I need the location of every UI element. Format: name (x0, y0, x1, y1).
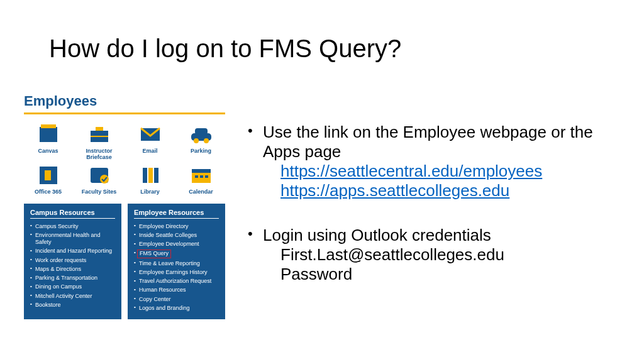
resource-link[interactable]: Mitchell Activity Center (30, 292, 115, 300)
bullet-item: Login using Outlook credentialsFirst.Las… (245, 226, 623, 284)
resource-link[interactable]: Campus Security (30, 222, 115, 231)
svg-rect-0 (40, 127, 57, 142)
app-tile-label: Office 365 (35, 189, 62, 195)
canvas-icon (36, 123, 61, 146)
svg-rect-11 (45, 170, 51, 180)
bullet-subtext: Password (263, 265, 623, 284)
briefcase-icon (87, 123, 112, 146)
resource-link[interactable]: Maps & Directions (30, 265, 115, 273)
app-tile-email[interactable]: Email (126, 123, 174, 160)
fms-query-highlight: FMS Query (137, 250, 171, 258)
svg-rect-1 (41, 124, 56, 128)
parking-icon (189, 123, 214, 146)
app-tile-label: Instructor Briefcase (75, 148, 123, 160)
app-tile-label: Canvas (38, 148, 58, 154)
svg-rect-19 (195, 175, 198, 178)
campus-resources-title: Campus Resources (30, 209, 115, 219)
instruction-link[interactable]: https://apps.seattlecolleges.edu (280, 181, 509, 200)
app-tile-canvas[interactable]: Canvas (24, 123, 72, 160)
app-tile-parking[interactable]: Parking (177, 123, 225, 160)
resource-link[interactable]: Time & Leave Reporting (134, 259, 219, 268)
svg-rect-14 (143, 168, 147, 183)
resource-link[interactable]: Travel Authorization Request (134, 277, 219, 286)
resource-link[interactable]: Copy Center (134, 295, 219, 304)
instruction-link[interactable]: https://seattlecentral.edu/employees (280, 162, 542, 180)
svg-rect-3 (96, 127, 103, 131)
resource-link[interactable]: Inside Seattle Colleges (134, 231, 219, 239)
svg-rect-15 (148, 168, 153, 183)
app-grid: CanvasInstructor BriefcaseEmailParkingOf… (24, 123, 225, 195)
faculty-icon (87, 164, 112, 187)
bullet-subtext: First.Last@seattlecolleges.edu (263, 245, 623, 265)
resource-link[interactable]: Employee Directory (134, 222, 219, 231)
employee-page-screenshot: Employees CanvasInstructor BriefcaseEmai… (24, 93, 225, 319)
resource-link[interactable]: Human Resources (134, 286, 219, 295)
svg-rect-21 (205, 175, 208, 178)
app-tile-calendar[interactable]: Calendar (177, 164, 225, 195)
resource-link[interactable]: Parking & Transportation (30, 274, 115, 283)
employees-heading: Employees (24, 93, 225, 114)
resource-link[interactable]: FMS Query (134, 249, 219, 259)
app-tile-library[interactable]: Library (126, 164, 174, 195)
employee-resources-title: Employee Resources (134, 209, 219, 219)
resource-link[interactable]: Work order requests (30, 256, 115, 265)
office365-icon (36, 164, 61, 187)
bullet-item: Use the link on the Employee webpage or … (245, 123, 623, 200)
svg-rect-20 (200, 175, 203, 178)
campus-resources-list: Campus SecurityEnvironmental Health and … (30, 222, 115, 310)
instruction-bullets: Use the link on the Employee webpage or … (245, 123, 623, 309)
svg-rect-4 (91, 136, 108, 137)
bullet-text: Login using Outlook credentials (263, 226, 623, 245)
campus-resources-panel: Campus Resources Campus SecurityEnvironm… (24, 204, 121, 319)
library-icon (138, 164, 163, 187)
slide-title: How do I log on to FMS Query? (49, 35, 401, 63)
app-tile-office365[interactable]: Office 365 (24, 164, 72, 195)
app-tile-label: Library (140, 189, 160, 195)
bullet-text: Use the link on the Employee webpage or … (263, 123, 623, 162)
employee-resources-list: Employee DirectoryInside Seattle College… (134, 222, 219, 313)
app-tile-faculty[interactable]: Faculty Sites (75, 164, 123, 195)
resource-link[interactable]: Employee Earnings History (134, 268, 219, 277)
app-tile-label: Email (142, 148, 157, 154)
resource-link[interactable]: Logos and Branding (134, 304, 219, 312)
app-tile-label: Faculty Sites (82, 189, 117, 195)
svg-point-9 (204, 138, 209, 143)
calendar-icon (189, 164, 214, 187)
employee-resources-panel: Employee Resources Employee DirectoryIns… (128, 204, 225, 319)
resource-link[interactable]: Employee Development (134, 240, 219, 249)
svg-rect-16 (154, 168, 158, 183)
resource-link[interactable]: Incident and Hazard Reporting (30, 247, 115, 256)
resource-link[interactable]: Dining on Campus (30, 283, 115, 292)
app-tile-briefcase[interactable]: Instructor Briefcase (75, 123, 123, 160)
svg-rect-18 (192, 169, 211, 173)
resource-link[interactable]: Environmental Health and Safety (30, 231, 115, 247)
email-icon (138, 123, 163, 146)
svg-point-13 (100, 175, 109, 184)
resource-link[interactable]: Bookstore (30, 300, 115, 309)
svg-rect-7 (195, 128, 208, 134)
app-tile-label: Parking (191, 148, 211, 154)
app-tile-label: Calendar (189, 189, 213, 195)
svg-point-8 (194, 138, 199, 143)
